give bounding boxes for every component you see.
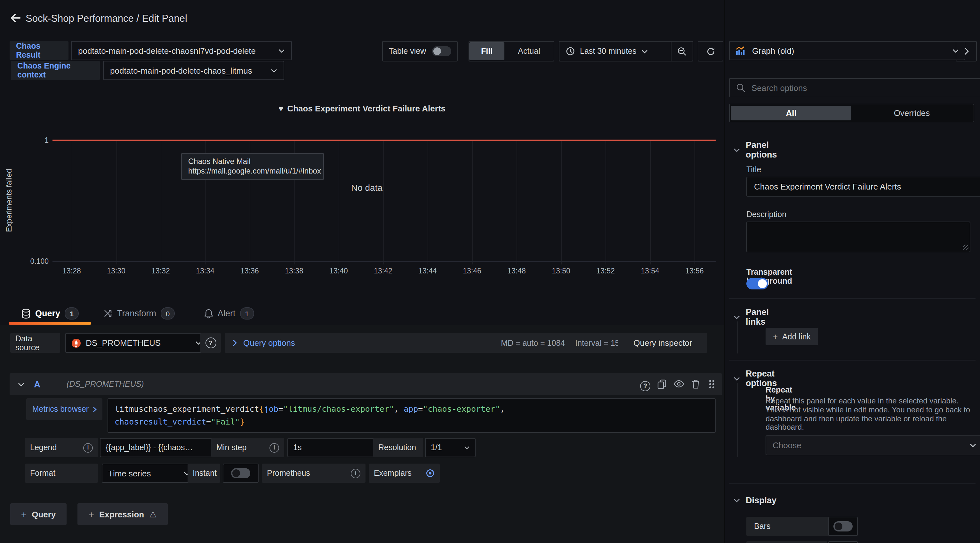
trash-icon[interactable] xyxy=(691,379,700,389)
panel-title-input[interactable] xyxy=(753,181,975,192)
tab-alert[interactable]: Alert 1 xyxy=(204,307,254,320)
x-tick-label: 13:44 xyxy=(412,267,444,275)
repeat-description: Repeat this panel for each value in the … xyxy=(765,397,972,432)
zoom-out-button[interactable] xyxy=(671,41,693,61)
interval-value: Interval = 15s xyxy=(575,338,624,347)
bell-icon xyxy=(204,308,213,318)
fill-option[interactable]: Fill xyxy=(469,42,504,60)
plus-icon: + xyxy=(773,332,778,341)
chevron-down-icon xyxy=(464,446,470,449)
tab-overrides[interactable]: Overrides xyxy=(851,106,972,120)
query-expression[interactable]: litmuschaos_experiment_verdict{job="litm… xyxy=(108,398,716,433)
x-tick-label: 13:42 xyxy=(367,267,399,275)
description-field-label: Description xyxy=(746,210,786,219)
instant-toggle-box xyxy=(223,463,259,483)
variable-value-chaos-result[interactable]: podtato-main-pod-delete-chaosnl7vd-pod-d… xyxy=(71,41,292,60)
y-axis-label: Experiments failed xyxy=(5,169,13,232)
transparent-bg-switch[interactable] xyxy=(746,278,768,290)
time-range-label: Last 30 minutes xyxy=(580,47,636,56)
heart-icon: ♥ xyxy=(278,104,283,113)
visualization-picker[interactable]: Graph (old) xyxy=(729,41,965,60)
datasource-help-button[interactable]: ? xyxy=(200,333,221,353)
actual-option[interactable]: Actual xyxy=(504,42,554,60)
panel-link-url[interactable]: https://mail.google.com/mail/u/1/#inbox xyxy=(188,167,317,176)
chevron-right-icon xyxy=(232,339,237,346)
metrics-browser-button[interactable]: Metrics browser xyxy=(26,398,102,420)
duplicate-icon[interactable] xyxy=(657,379,667,389)
query-options-bar[interactable]: Query options MD = auto = 1084 Interval … xyxy=(225,333,631,353)
refresh-button[interactable] xyxy=(698,41,723,62)
gridline xyxy=(650,140,651,264)
query-help-icon[interactable]: ? xyxy=(640,379,650,391)
eye-icon[interactable] xyxy=(673,380,684,388)
section-panel-links[interactable]: Panel links xyxy=(733,307,769,326)
section-panel-options[interactable]: Panel options xyxy=(733,140,777,159)
x-tick-label: 13:36 xyxy=(234,267,266,275)
add-link-button[interactable]: + Add link xyxy=(765,328,818,345)
datasource-picker[interactable]: DS_PROMETHEUS xyxy=(65,333,208,353)
panel-description-input[interactable] xyxy=(747,222,970,252)
no-data-text: No data xyxy=(316,183,418,193)
format-select[interactable]: Time series xyxy=(102,463,197,483)
gridline xyxy=(383,140,384,264)
expression-token: "litmus/chaos-exporter" xyxy=(283,404,394,414)
resize-handle[interactable] xyxy=(963,245,969,250)
query-row-header[interactable]: A (DS_PROMETHEUS) ? xyxy=(10,373,722,395)
chevron-down-icon xyxy=(271,68,277,73)
panel-description-field[interactable] xyxy=(746,221,970,252)
y-tick-0100: 0.100 xyxy=(19,257,49,265)
gridline xyxy=(72,140,72,264)
section-divider xyxy=(729,484,975,484)
variable-value-text: podtato-main-pod-delete-chaosnl7vd-pod-d… xyxy=(78,46,256,56)
graph-viz-icon xyxy=(735,46,746,56)
table-view-control[interactable]: Table view xyxy=(382,41,458,62)
variable-label-chaos-result: Chaos Result xyxy=(10,41,68,60)
visualization-name: Graph (old) xyxy=(752,46,947,56)
search-options-box[interactable] xyxy=(729,78,980,97)
section-repeat-options[interactable]: Repeat options xyxy=(733,369,777,388)
table-view-toggle[interactable] xyxy=(432,46,451,56)
min-step-input[interactable]: 1s xyxy=(287,438,380,457)
resolution-label: Resolution xyxy=(373,438,423,457)
x-tick-label: 13:38 xyxy=(278,267,310,275)
panel-links-tooltip: Chaos Native Mail https://mail.google.co… xyxy=(181,153,324,180)
format-label: Format xyxy=(25,463,98,483)
x-tick-label: 13:46 xyxy=(456,267,488,275)
exemplars-eye-icon[interactable] xyxy=(426,469,434,478)
repeat-variable-select[interactable]: Choose xyxy=(765,435,980,455)
tab-query[interactable]: Query 1 xyxy=(21,307,79,320)
tab-transform[interactable]: Transform 0 xyxy=(103,307,175,320)
bars-toggle[interactable] xyxy=(834,521,853,532)
tab-all[interactable]: All xyxy=(731,106,851,120)
resolution-select[interactable]: 1/1 xyxy=(425,438,476,457)
active-tab-underline xyxy=(9,322,91,324)
back-arrow-icon[interactable] xyxy=(9,11,22,24)
instant-toggle[interactable] xyxy=(231,468,250,478)
search-options-input[interactable] xyxy=(750,82,980,93)
panel-link-title[interactable]: Chaos Native Mail xyxy=(188,157,317,167)
y-tick-1: 1 xyxy=(25,136,49,144)
panel-header[interactable]: ♥Chaos Experiment Verdict Failure Alerts xyxy=(0,104,724,113)
time-range-picker[interactable]: Last 30 minutes xyxy=(560,41,671,61)
fill-actual-switch: Fill Actual xyxy=(469,41,554,62)
variable-value-chaos-engine[interactable]: podtato-main-pod-delete-chaos_litmus xyxy=(103,61,284,80)
expression-token: app xyxy=(404,404,418,414)
plus-icon: + xyxy=(21,509,27,520)
legend-input[interactable]: {{app_label}} - {{chaos… xyxy=(100,438,219,457)
toggle-options-pane-button[interactable] xyxy=(956,41,977,62)
add-query-button[interactable]: + Query xyxy=(10,503,67,525)
gridline xyxy=(517,140,517,264)
expression-token: , xyxy=(394,404,404,414)
x-tick-label: 13:52 xyxy=(590,267,622,275)
chevron-right-icon xyxy=(92,406,96,412)
drag-handle-icon[interactable] xyxy=(708,379,716,389)
panel-title-field[interactable] xyxy=(746,177,980,197)
metrics-browser-label: Metrics browser xyxy=(32,405,89,414)
time-range-group: Last 30 minutes xyxy=(559,41,693,62)
collapse-chevron-icon xyxy=(18,382,24,387)
query-inspector-button[interactable]: Query inspector xyxy=(618,333,707,353)
section-display[interactable]: Display xyxy=(733,495,776,505)
database-icon xyxy=(21,308,31,318)
add-expression-button[interactable]: + Expression ⚠ xyxy=(78,503,168,525)
query-options-label: Query options xyxy=(243,338,295,348)
